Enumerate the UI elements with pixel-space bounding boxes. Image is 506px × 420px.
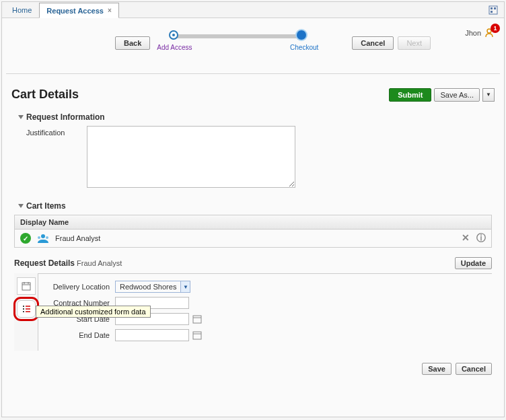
cancel-button[interactable]: Cancel bbox=[352, 36, 394, 50]
user-menu[interactable]: Jhon 1 bbox=[465, 28, 495, 38]
wizard-progress: Add Access Checkout bbox=[170, 26, 305, 60]
user-name: Jhon bbox=[465, 29, 481, 37]
tooltip: Additional customized form data bbox=[36, 306, 151, 318]
role-icon bbox=[36, 233, 50, 244]
svg-rect-18 bbox=[193, 316, 201, 323]
update-button[interactable]: Update bbox=[455, 257, 492, 269]
svg-rect-0 bbox=[489, 6, 497, 14]
disclosure-icon bbox=[18, 204, 24, 208]
list-icon bbox=[22, 304, 31, 314]
page-title: Cart Details bbox=[11, 88, 79, 102]
next-button: Next bbox=[398, 36, 431, 50]
submit-button[interactable]: Submit bbox=[389, 88, 431, 102]
calendar-icon[interactable] bbox=[192, 314, 203, 324]
delivery-location-value: Redwood Shores bbox=[116, 283, 180, 291]
disclosure-icon bbox=[18, 115, 24, 119]
request-details-subject: Fraud Analyst bbox=[77, 259, 122, 267]
svg-point-14 bbox=[23, 311, 24, 312]
step-checkout-node[interactable] bbox=[297, 30, 306, 40]
col-display-name: Display Name bbox=[15, 215, 491, 230]
svg-rect-20 bbox=[193, 332, 201, 339]
calendar-icon bbox=[22, 281, 31, 291]
close-icon[interactable]: × bbox=[108, 7, 112, 14]
section-cart-items-label: Cart Items bbox=[26, 201, 66, 211]
svg-point-12 bbox=[23, 306, 24, 307]
svg-rect-3 bbox=[491, 11, 493, 13]
save-as-button[interactable]: Save As... bbox=[434, 88, 480, 102]
cart-items-table: Display Name ✓ Fraud Analyst ✕ ⓘ bbox=[14, 215, 492, 248]
step-add-access-label: Add Access bbox=[157, 44, 192, 51]
svg-rect-8 bbox=[22, 283, 30, 290]
svg-point-5 bbox=[41, 234, 45, 238]
vtab-schedule[interactable] bbox=[17, 277, 36, 295]
tab-request-access[interactable]: Request Access × bbox=[39, 3, 118, 18]
info-icon[interactable]: ⓘ bbox=[476, 232, 486, 244]
svg-rect-2 bbox=[494, 7, 496, 9]
svg-point-13 bbox=[23, 308, 24, 310]
step-checkout-label: Checkout bbox=[290, 44, 318, 51]
end-date-input[interactable] bbox=[115, 329, 189, 341]
notification-badge: 1 bbox=[491, 24, 500, 33]
save-button[interactable]: Save bbox=[422, 363, 451, 375]
request-details-label: Request Details bbox=[14, 258, 75, 268]
svg-rect-1 bbox=[491, 7, 493, 9]
check-icon: ✓ bbox=[20, 233, 31, 244]
delivery-location-select[interactable]: Redwood Shores ▼ bbox=[115, 281, 190, 293]
chevron-down-icon: ▼ bbox=[486, 92, 491, 98]
chevron-down-icon[interactable]: ▼ bbox=[180, 281, 190, 292]
svg-point-6 bbox=[38, 236, 40, 239]
section-cart-items[interactable]: Cart Items bbox=[18, 201, 495, 211]
justification-input[interactable] bbox=[87, 126, 295, 188]
save-as-dropdown[interactable]: ▼ bbox=[482, 88, 495, 102]
cancel-button-footer[interactable]: Cancel bbox=[456, 363, 492, 375]
tab-home[interactable]: Home bbox=[5, 2, 39, 18]
user-icon: 1 bbox=[484, 28, 495, 38]
app-switcher-icon[interactable] bbox=[488, 5, 499, 15]
justification-label: Justification bbox=[26, 126, 87, 137]
remove-icon[interactable]: ✕ bbox=[462, 232, 470, 244]
table-row[interactable]: ✓ Fraud Analyst ✕ ⓘ bbox=[15, 230, 491, 247]
section-request-information[interactable]: Request Information bbox=[18, 112, 495, 122]
section-request-information-label: Request Information bbox=[26, 112, 105, 122]
vtab-additional-form[interactable] bbox=[17, 300, 36, 318]
svg-point-7 bbox=[46, 236, 48, 239]
tab-request-access-label: Request Access bbox=[46, 7, 104, 15]
row-display-name: Fraud Analyst bbox=[55, 234, 100, 242]
calendar-icon[interactable] bbox=[192, 330, 203, 341]
end-date-label: End Date bbox=[48, 331, 115, 339]
back-button[interactable]: Back bbox=[115, 36, 150, 50]
delivery-location-label: Delivery Location bbox=[48, 283, 115, 291]
